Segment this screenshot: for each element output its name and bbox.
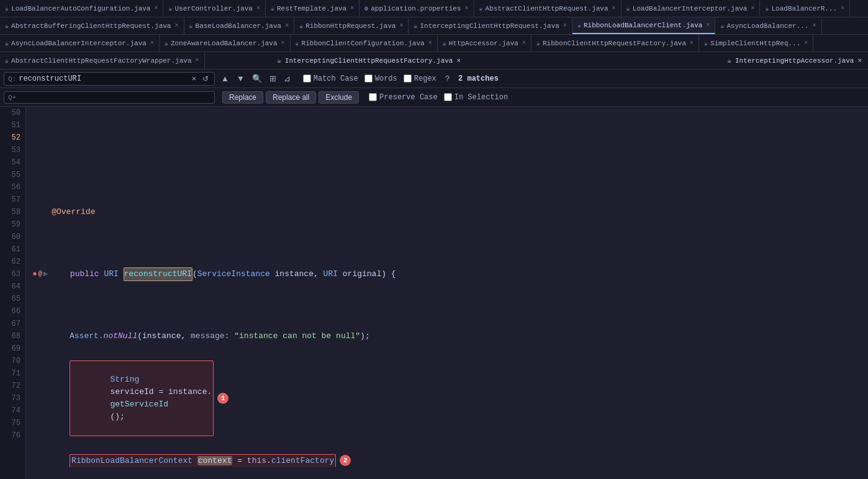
tab-async-load-balancer[interactable]: ☕ AsyncLoadBalancer... ×: [715, 17, 821, 34]
replace-buttons: Replace Replace all Exclude: [222, 91, 359, 104]
tab-load-balancer-auto-config[interactable]: ☕ LoadBalancerAutoConfiguration.java ×: [0, 0, 163, 17]
code-content: @Override ● @ ▶ public URI reconstructUR…: [26, 107, 868, 479]
search-prefix-icon: Q:: [8, 75, 16, 83]
match-case-checkbox[interactable]: [303, 74, 311, 83]
tab-intercepting-client[interactable]: ☕ InterceptingClientHttpRequest.java ×: [409, 17, 572, 34]
tab-base-load-balancer[interactable]: ☕ BaseLoadBalancer.java ×: [184, 17, 295, 34]
replace-prefix-icon: Q+: [8, 94, 16, 101]
close-icon[interactable]: ×: [812, 22, 816, 29]
java-icon: ☕: [727, 56, 731, 65]
close-icon[interactable]: ×: [285, 22, 289, 29]
tab-row-1: ☕ LoadBalancerAutoConfiguration.java × ☕…: [0, 0, 868, 17]
preserve-case-option[interactable]: Preserve Case: [369, 93, 438, 102]
tab-user-controller[interactable]: ☕ UserController.java ×: [163, 0, 265, 17]
match-case-option[interactable]: Match Case: [303, 74, 358, 83]
close-icon[interactable]: ×: [174, 22, 178, 29]
exclude-button[interactable]: Exclude: [319, 91, 359, 104]
close-icon[interactable]: ×: [456, 57, 461, 65]
java-icon: ☕: [626, 5, 630, 12]
tab-http-accessor[interactable]: ☕ HttpAccessor.java ×: [438, 35, 531, 51]
tab-ribbon-load-balancer-client[interactable]: ☕ RibbonLoadBalancerClient.java ×: [572, 17, 715, 34]
help-button[interactable]: ?: [443, 73, 452, 84]
words-checkbox[interactable]: [364, 74, 373, 83]
search-controls: ▲ ▼ 🔍 ⊞ ⊿: [219, 73, 293, 84]
tab-rest-template[interactable]: ☕ RestTemplate.java ×: [266, 0, 359, 17]
search-history-button[interactable]: ↺: [201, 74, 210, 84]
tab-row-3: ☕ AsyncLoadBalancerInterceptor.java × ☕ …: [0, 35, 868, 52]
tab-row-2: ☕ AbstractBufferingClientHttpRequest.jav…: [0, 17, 868, 35]
close-icon[interactable]: ×: [841, 5, 844, 12]
search-input[interactable]: [19, 74, 188, 83]
tab-zone-aware[interactable]: ☕ ZoneAwareLoadBalancer.java ×: [160, 35, 291, 51]
regex-checkbox[interactable]: [404, 74, 412, 83]
line-numbers: 50 51 52 53 54 55 56 57 58 59 60 61 62 6…: [0, 107, 26, 479]
search-input-wrapper: Q: × ↺: [4, 72, 215, 86]
words-option[interactable]: Words: [364, 74, 397, 83]
close-icon[interactable]: ×: [522, 40, 526, 47]
regex-option[interactable]: Regex: [404, 74, 436, 83]
close-icon[interactable]: ×: [706, 22, 710, 29]
next-match-button[interactable]: ▼: [234, 73, 247, 84]
words-label: Words: [375, 74, 397, 83]
close-icon[interactable]: ×: [464, 5, 468, 12]
java-icon: ☕: [5, 22, 9, 30]
close-icon[interactable]: ×: [804, 40, 808, 47]
close-icon[interactable]: ×: [612, 5, 616, 12]
close-icon[interactable]: ×: [690, 40, 694, 47]
close-icon[interactable]: ×: [751, 5, 754, 12]
code-line-54: String serviceId = instance. getServiceI…: [32, 392, 862, 405]
close-icon[interactable]: ×: [350, 5, 354, 12]
in-selection-option[interactable]: In Selection: [444, 93, 508, 102]
tab-application-properties[interactable]: ⚙ application.properties ×: [359, 0, 474, 17]
match-count: 2 matches: [458, 74, 499, 83]
close-icon[interactable]: ×: [256, 5, 260, 12]
replace-input[interactable]: [16, 93, 210, 102]
tab-load-balancer-interceptor[interactable]: ☕ LoadBalancerInterceptor.java ×: [622, 0, 761, 17]
close-icon[interactable]: ×: [563, 22, 567, 29]
replace-all-button[interactable]: Replace all: [266, 91, 316, 104]
close-icon[interactable]: ×: [154, 5, 158, 12]
preserve-case-checkbox[interactable]: [369, 93, 377, 101]
close-icon[interactable]: ×: [399, 22, 403, 29]
search-options: Match Case Words Regex ? 2 matches: [303, 73, 499, 84]
java-icon: ☕: [5, 40, 9, 47]
code-line-53: Assert. notNull (instance, message: "ins…: [32, 330, 862, 342]
java-icon: ☕: [277, 56, 281, 65]
tab-ribbon-client-http-factory[interactable]: ☕ RibbonClientHttpRequestFactory.java ×: [531, 35, 699, 51]
java-icon: ☕: [299, 22, 303, 30]
funnel-button[interactable]: ⊿: [281, 73, 293, 84]
tab-ribbon-client-config[interactable]: ☕ RibbonClientConfiguration.java ×: [291, 35, 438, 51]
code-line-55: RibbonLoadBalancerContext context = this…: [32, 454, 862, 467]
tab-simple-client[interactable]: ☕ SimpleClientHttpReq... ×: [699, 35, 813, 51]
tab-async-interceptor[interactable]: ☕ AsyncLoadBalancerInterceptor.java ×: [0, 35, 160, 51]
clear-search-button[interactable]: ×: [190, 74, 198, 84]
tab-ribbon-http-request[interactable]: ☕ RibbonHttpRequest.java ×: [294, 17, 409, 34]
close-icon[interactable]: ×: [150, 40, 154, 47]
tab-abstract-client-http[interactable]: ☕ AbstractClientHttpRequest.java ×: [474, 0, 622, 17]
close-icon[interactable]: ×: [281, 40, 285, 47]
tab-abstract-buffering[interactable]: ☕ AbstractBufferingClientHttpRequest.jav…: [0, 17, 184, 34]
tab-load-balancer-r[interactable]: ☕ LoadBalancerR... ×: [760, 0, 850, 17]
replace-options: Preserve Case In Selection: [369, 93, 508, 102]
close-icon[interactable]: ×: [857, 57, 862, 65]
java-icon: ☕: [168, 5, 172, 12]
java-icon: ☕: [479, 5, 483, 12]
close-icon[interactable]: ×: [195, 57, 199, 64]
java-icon: ☕: [704, 40, 708, 47]
annotation-2: 2: [340, 455, 351, 466]
replace-bar: Q+ Replace Replace all Exclude Preserve …: [0, 88, 868, 107]
java-icon: ☕: [5, 57, 9, 65]
code-line-51: @Override: [32, 206, 862, 218]
tab-abstract-factory-wrapper[interactable]: ☕ AbstractClientHttpRequestFactoryWrappe…: [0, 52, 205, 69]
replace-button[interactable]: Replace: [222, 91, 263, 104]
filter-button[interactable]: ⊞: [267, 73, 279, 84]
properties-icon: ⚙: [364, 5, 368, 12]
find-button[interactable]: 🔍: [250, 73, 264, 84]
code-line-52: ● @ ▶ public URI reconstructURI ( Servic…: [32, 268, 862, 280]
code-line-50: [32, 144, 862, 156]
java-icon: ☕: [414, 22, 417, 30]
prev-match-button[interactable]: ▲: [219, 73, 232, 84]
in-selection-checkbox[interactable]: [444, 93, 452, 101]
java-icon: ☕: [577, 22, 581, 29]
close-icon[interactable]: ×: [428, 40, 432, 47]
